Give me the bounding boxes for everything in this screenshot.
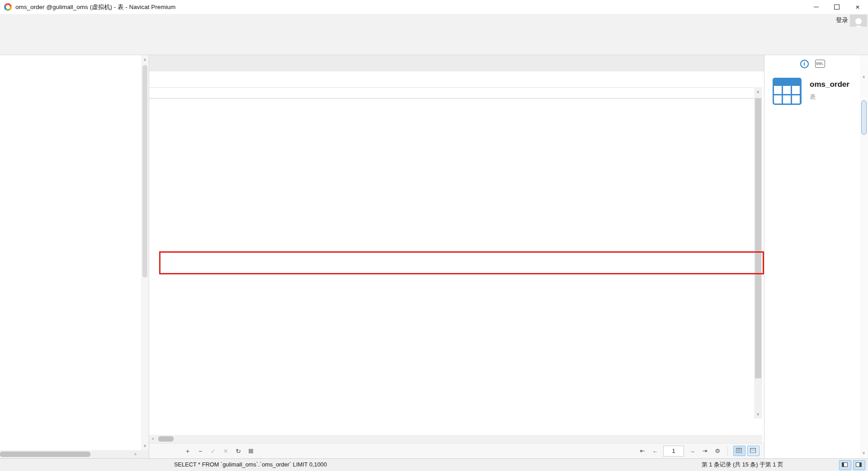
scrollbar-thumb[interactable] — [755, 98, 761, 378]
scroll-up-icon[interactable]: ∧ — [141, 56, 149, 63]
stop-button[interactable] — [249, 449, 253, 453]
menu-bar — [0, 14, 868, 27]
discard-changes-button[interactable]: ✕ — [220, 447, 231, 455]
record-toolbar: + − ✓ ✕ ↻ ⇤ ← 1 → ⇥ ⚙ — [149, 443, 764, 458]
apply-changes-button[interactable]: ✓ — [207, 447, 219, 455]
info-panel-scrollbar[interactable]: ∧ ∨ — [860, 55, 868, 458]
main-toolbar — [0, 27, 868, 55]
scrollbar-thumb[interactable] — [0, 452, 90, 457]
connection-sidebar: ∧ ∨ > — [0, 55, 149, 458]
settings-gear-icon[interactable]: ⚙ — [711, 447, 724, 454]
minimize-button[interactable] — [806, 0, 826, 14]
highlight-annotation-box — [159, 251, 764, 274]
toggle-right-pane-button[interactable] — [853, 460, 865, 470]
toggle-left-pane-button[interactable] — [839, 460, 851, 470]
minimize-icon — [814, 7, 819, 7]
scrollbar-thumb[interactable] — [142, 65, 147, 278]
window-title: oms_order @gulimall_oms (虚拟机) - 表 - Navi… — [15, 3, 175, 11]
scroll-down-icon[interactable]: ∨ — [141, 442, 149, 449]
maximize-icon — [834, 5, 840, 9]
next-page-button[interactable]: → — [686, 447, 698, 454]
grid-column-headers — [149, 87, 754, 99]
previous-page-button[interactable]: ← — [649, 447, 661, 454]
object-name: oms_order — [810, 80, 849, 89]
first-page-button[interactable]: ⇤ — [636, 447, 649, 454]
object-type: 表 — [810, 93, 816, 101]
sidebar-vertical-scrollbar[interactable]: ∧ ∨ — [141, 55, 149, 450]
scroll-left-icon[interactable]: < — [149, 435, 157, 443]
status-bar: SELECT * FROM `gulimall_oms`.`oms_order`… — [0, 458, 868, 471]
scroll-down-icon[interactable]: ∨ — [754, 410, 762, 418]
delete-record-button[interactable]: − — [194, 447, 206, 455]
scrollbar-thumb[interactable] — [861, 100, 867, 135]
scroll-up-icon[interactable]: ∧ — [754, 88, 762, 95]
title-bar: oms_order @gulimall_oms (虚拟机) - 表 - Navi… — [0, 0, 868, 14]
last-page-button[interactable]: ⇥ — [698, 447, 711, 454]
add-record-button[interactable]: + — [182, 447, 193, 455]
grid-toolbar — [149, 71, 764, 87]
object-info-panel: i DDL oms_order 表 ∧ ∨ — [764, 55, 868, 458]
table-big-icon — [773, 78, 802, 105]
page-number-input[interactable]: 1 — [663, 446, 684, 457]
maximize-button[interactable] — [826, 0, 847, 14]
navicat-logo-icon — [4, 3, 12, 11]
grid-view-button[interactable] — [733, 446, 745, 456]
tab-bar — [149, 55, 764, 71]
info-tab-icon[interactable]: i — [800, 60, 809, 68]
record-count-text: 第 1 条记录 (共 15 条) 于第 1 页 — [702, 461, 783, 469]
form-view-button[interactable] — [747, 446, 760, 456]
close-button[interactable]: ✕ — [847, 0, 868, 14]
scroll-right-icon[interactable]: > — [132, 451, 139, 458]
scroll-up-icon[interactable]: ∧ — [860, 73, 868, 80]
scroll-down-icon[interactable]: ∨ — [860, 449, 868, 457]
refresh-button[interactable]: ↻ — [232, 447, 244, 455]
grid-horizontal-scrollbar[interactable]: < — [149, 435, 754, 443]
ddl-tab-icon[interactable]: DDL — [815, 60, 825, 68]
sidebar-horizontal-scrollbar[interactable]: > — [0, 450, 149, 458]
login-link[interactable]: 登录 — [836, 16, 848, 24]
scrollbar-thumb[interactable] — [158, 436, 174, 442]
current-sql-text: SELECT * FROM `gulimall_oms`.`oms_order`… — [174, 461, 327, 468]
